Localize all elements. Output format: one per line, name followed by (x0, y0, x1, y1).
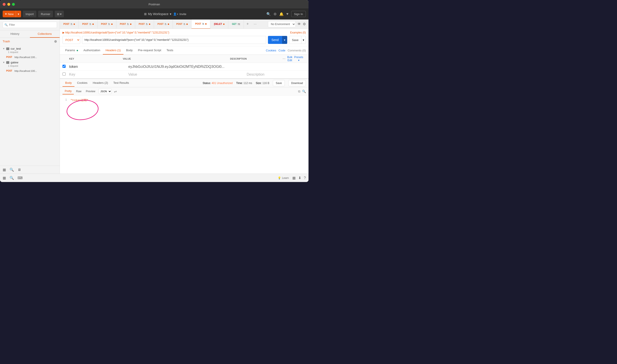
body-tab[interactable]: Body (123, 46, 135, 54)
response-content-area: 1 "token过期" (60, 96, 308, 174)
headers-resp-tab[interactable]: Headers (2) (90, 79, 111, 87)
test-results-tab[interactable]: Test Results (111, 79, 132, 87)
header-checkbox-1[interactable] (63, 65, 66, 68)
search-resp-icon[interactable]: 🔍 (302, 90, 306, 93)
content-area: POST h POST h POST h POST h (60, 20, 308, 174)
request-tab-1[interactable]: POST h (60, 20, 79, 29)
minimize-button[interactable] (7, 3, 10, 6)
request-tab-8[interactable]: POST h (192, 20, 210, 29)
request-item-1[interactable]: POST http://localhost:100... (0, 55, 60, 59)
desc-col-header: DESCRIPTION (230, 57, 284, 60)
size-label: Size: 116 B (256, 82, 269, 85)
save-dropdown-button[interactable]: ▾ (301, 36, 306, 44)
copy-icon[interactable]: ⧉ (298, 90, 300, 93)
search-icon-btn[interactable]: 🔍 (266, 12, 271, 16)
code-link[interactable]: Code (279, 49, 285, 52)
more-tabs-button[interactable]: ··· (252, 22, 259, 26)
raw-tab[interactable]: Raw (74, 89, 84, 94)
method-badge: POST (5, 56, 13, 59)
headers-tab[interactable]: Headers (1) (103, 46, 123, 54)
new-tab-button[interactable]: + (244, 22, 252, 26)
check-cell-p (63, 73, 69, 77)
sidebar-toggle-icon[interactable]: ▦ (3, 176, 6, 180)
workspace-label: My Workspace (148, 12, 168, 16)
preview-tab[interactable]: Preview (84, 89, 98, 94)
request-tab-10[interactable]: GET ht (228, 20, 244, 29)
tab-method-3: POST (101, 23, 107, 25)
sidebar-search-area: 🔍 (0, 20, 60, 30)
find-icon[interactable]: 🔍 (10, 168, 14, 172)
lightbulb-icon: 💡 (278, 176, 281, 180)
cookies-resp-tab[interactable]: Cookies (75, 79, 90, 87)
actions-col-header: ··· Bulk Edit Presets ▾ (284, 56, 306, 62)
method-select[interactable]: POST (63, 36, 80, 44)
collection-item-gatew[interactable]: ▼ gatew 1 request (0, 59, 60, 68)
response-save-button[interactable]: Save (273, 80, 284, 86)
request-tab-2[interactable]: POST h (79, 20, 98, 29)
filter-input[interactable] (3, 22, 57, 28)
url-input[interactable] (82, 36, 266, 44)
import-button[interactable]: Import (23, 11, 36, 17)
status-prefix: Status: (203, 82, 211, 85)
response-download-button[interactable]: Download (288, 80, 306, 86)
format-select[interactable]: JSON (98, 89, 112, 94)
runner-button[interactable]: Runner (38, 11, 53, 17)
params-tab[interactable]: Params (63, 46, 81, 54)
wrap-button[interactable]: ⇌ (113, 89, 118, 93)
cookies-link[interactable]: Cookies (266, 49, 276, 52)
header-key-1: token (69, 65, 78, 68)
new-dropdown-arrow[interactable]: ▾ (16, 11, 21, 17)
new-button[interactable]: + New (3, 11, 16, 17)
search-bottom-icon[interactable]: 🔍 (10, 176, 14, 180)
comments-link[interactable]: Comments (0) (288, 49, 306, 52)
monitor-icon[interactable]: 🖥 (17, 168, 21, 172)
desc-cell-p: Description (247, 73, 306, 77)
presets-button[interactable]: Presets ▾ (294, 56, 303, 62)
notification-icon-btn[interactable]: 🔔 (279, 12, 284, 16)
layout-icon-bottom[interactable]: ▦ (292, 176, 296, 180)
gear-icon[interactable]: ⚙ (303, 22, 306, 26)
collections-tab[interactable]: Collections (30, 30, 60, 38)
workspace-button[interactable]: ⊞ My Workspace ▾ (144, 12, 171, 16)
environment-select[interactable]: No Environment (268, 21, 296, 27)
sidebar-panel-icon[interactable]: ▦ (3, 168, 6, 172)
sign-in-button[interactable]: Sign In (291, 11, 306, 17)
heart-icon-btn[interactable]: ♥ (286, 12, 289, 16)
request-tab-5[interactable]: POST h (135, 20, 154, 29)
body-resp-tab[interactable]: Body (63, 79, 75, 87)
auth-tab[interactable]: Authorization (81, 46, 103, 54)
history-tab[interactable]: History (0, 30, 30, 38)
close-button[interactable] (3, 3, 6, 6)
prerequest-tab[interactable]: Pre-request Script (135, 46, 164, 54)
chevron-down-icon: ▾ (170, 12, 171, 16)
tests-tab[interactable]: Tests (164, 46, 176, 54)
shortcut-icon[interactable]: ⌨ (17, 176, 23, 180)
size-value: 116 B (262, 82, 269, 85)
trash-link[interactable]: Trash (3, 40, 10, 43)
learn-link[interactable]: 💡 Learn (278, 176, 289, 180)
new-collection-button[interactable]: ⊕ (54, 39, 57, 43)
examples-link[interactable]: Examples (0) (290, 31, 306, 34)
more-button[interactable]: ⊞ ▾ (55, 11, 64, 17)
fullscreen-button[interactable] (12, 3, 15, 6)
send-dropdown-button[interactable]: ▾ (282, 36, 287, 44)
header-checkbox-p[interactable] (63, 73, 66, 76)
request-tab-4[interactable]: POST h (116, 20, 135, 29)
request-tab-7[interactable]: POST h (173, 20, 192, 29)
request-tab-3[interactable]: POST h (98, 20, 116, 29)
view-tabs: Pretty Raw Preview (63, 88, 98, 94)
request-tab-6[interactable]: POST h (154, 20, 173, 29)
bulk-edit-button[interactable]: Bulk Edit (287, 56, 292, 62)
response-tabs-bar: Body Cookies Headers (2) Test Results St… (60, 79, 308, 87)
pretty-tab[interactable]: Pretty (63, 88, 74, 94)
download-bottom-icon[interactable]: ⬇ (298, 176, 301, 180)
request-tab-9[interactable]: [DELET (210, 20, 228, 29)
eye-icon[interactable]: 👁 (297, 22, 301, 26)
request-item-2[interactable]: POST http://localhost:100... (0, 68, 60, 73)
invite-button[interactable]: 👤+ Invite (173, 13, 186, 16)
send-button[interactable]: Send (268, 36, 282, 44)
save-button[interactable]: Save (289, 36, 301, 44)
collection-item-cur-test[interactable]: ▼ cur_test 1 request (0, 46, 60, 55)
settings-icon-btn[interactable]: ⚙ (273, 12, 277, 16)
help-icon[interactable]: ? (304, 176, 306, 180)
